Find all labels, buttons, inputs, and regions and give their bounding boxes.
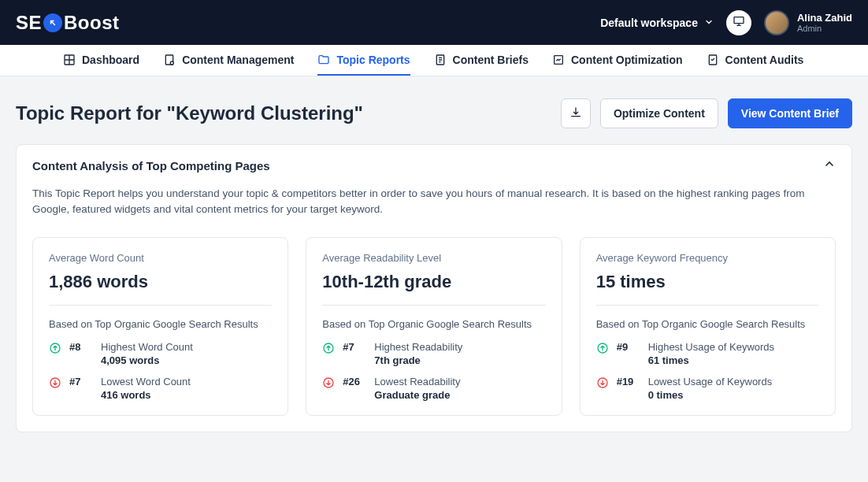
page-title: Topic Report for "Keyword Clustering" (16, 102, 363, 124)
chevron-down-icon (704, 17, 714, 29)
rank-position: #8 (69, 341, 93, 353)
card-title: Content Analysis of Top Competing Pages (32, 159, 270, 172)
arrow-down-circle-icon (596, 376, 609, 392)
arrow-down-circle-icon (49, 376, 61, 392)
user-role: Admin (797, 24, 852, 33)
analysis-description: This Topic Report helps you understand y… (32, 186, 836, 218)
rank-value: 4,095 words (101, 354, 193, 366)
logo-mark-icon (43, 13, 62, 32)
nav-topic-reports[interactable]: Topic Reports (317, 45, 410, 76)
nav-content-management[interactable]: Content Management (163, 45, 294, 76)
app-header: SE Boost Default workspace Alina Zahid A… (0, 0, 868, 45)
stat-value: 15 times (596, 272, 819, 292)
rank-row-high: #8 Highest Word Count 4,095 words (49, 341, 272, 366)
nav-dashboard[interactable]: Dashboard (63, 45, 139, 76)
logo-text-post: Boost (64, 12, 120, 34)
nav-label: Topic Reports (336, 54, 410, 66)
rank-label: Lowest Readability (374, 376, 460, 387)
clipboard-icon (163, 54, 176, 66)
nav-label: Content Audits (725, 54, 804, 66)
header-right: Default workspace Alina Zahid Admin (600, 10, 852, 35)
rank-label: Highest Readability (374, 341, 462, 353)
download-button[interactable] (561, 98, 591, 128)
monitor-icon (733, 15, 745, 31)
workspace-label: Default workspace (600, 17, 698, 29)
stats-row: Average Word Count 1,886 words Based on … (32, 237, 836, 416)
rank-label: Highest Word Count (101, 341, 193, 353)
rank-value: Graduate grade (374, 389, 460, 401)
rank-position: #9 (617, 341, 640, 353)
stat-card-keyword-frequency: Average Keyword Frequency 15 times Based… (580, 237, 836, 416)
stat-label: Average Word Count (49, 252, 272, 264)
arrow-up-circle-icon (49, 342, 61, 358)
rank-row-high: #9 Highest Usage of Keywords 61 times (596, 341, 819, 366)
workspace-selector[interactable]: Default workspace (600, 17, 714, 29)
audit-icon (707, 54, 719, 66)
divider (596, 305, 819, 306)
nav-content-briefs[interactable]: Content Briefs (434, 45, 529, 76)
folder-icon (317, 54, 330, 66)
document-icon (434, 54, 447, 66)
stat-label: Average Readability Level (322, 252, 545, 264)
user-name: Alina Zahid (797, 12, 852, 24)
rank-label: Lowest Word Count (101, 376, 191, 387)
rank-position: #19 (617, 376, 640, 387)
nav-content-optimization[interactable]: Content Optimization (552, 45, 683, 76)
stat-card-readability: Average Readability Level 10th-12th grad… (306, 237, 562, 416)
svg-point-3 (170, 61, 173, 65)
rank-row-low: #7 Lowest Word Count 416 words (49, 376, 272, 401)
nav-label: Content Briefs (453, 54, 529, 66)
rank-value: 61 times (648, 354, 774, 366)
stat-value: 1,886 words (49, 272, 272, 292)
arrow-up-circle-icon (596, 342, 609, 358)
rank-row-low: #26 Lowest Readability Graduate grade (322, 376, 545, 401)
stat-sublabel: Based on Top Organic Google Search Resul… (322, 318, 545, 330)
rank-value: 7th grade (374, 354, 462, 366)
stat-sublabel: Based on Top Organic Google Search Resul… (49, 318, 272, 330)
arrow-down-circle-icon (322, 376, 335, 392)
user-menu[interactable]: Alina Zahid Admin (764, 10, 852, 35)
rank-position: #7 (69, 376, 93, 387)
arrow-up-circle-icon (322, 342, 335, 358)
main-nav: Dashboard Content Management Topic Repor… (0, 45, 868, 76)
stat-card-word-count: Average Word Count 1,886 words Based on … (32, 237, 288, 416)
app-logo[interactable]: SE Boost (16, 12, 120, 34)
page-head: Topic Report for "Keyword Clustering" Op… (0, 76, 868, 144)
svg-rect-0 (734, 17, 744, 23)
divider (49, 305, 272, 306)
view-content-brief-button[interactable]: View Content Brief (728, 98, 852, 128)
chevron-up-icon (823, 158, 836, 173)
rank-row-high: #7 Highest Readability 7th grade (322, 341, 545, 366)
divider (322, 305, 545, 306)
nav-label: Content Management (182, 54, 294, 66)
page-actions: Optimize Content View Content Brief (561, 98, 852, 128)
download-icon (569, 106, 582, 121)
stat-sublabel: Based on Top Organic Google Search Resul… (596, 318, 819, 330)
rank-position: #26 (343, 376, 366, 387)
avatar (764, 10, 789, 35)
logo-text-pre: SE (16, 12, 42, 34)
rank-label: Highest Usage of Keywords (648, 341, 774, 353)
device-preview-button[interactable] (726, 10, 751, 35)
rank-label: Lowest Usage of Keywords (648, 376, 773, 387)
rank-value: 0 times (648, 389, 773, 401)
card-body: This Topic Report helps you understand y… (17, 186, 851, 432)
nav-content-audits[interactable]: Content Audits (707, 45, 804, 76)
optimize-content-button[interactable]: Optimize Content (600, 98, 718, 128)
dashboard-icon (63, 54, 76, 66)
stat-value: 10th-12th grade (322, 272, 545, 292)
optimize-icon (552, 54, 565, 66)
stat-label: Average Keyword Frequency (596, 252, 819, 264)
rank-row-low: #19 Lowest Usage of Keywords 0 times (596, 376, 819, 401)
card-head[interactable]: Content Analysis of Top Competing Pages (17, 145, 851, 186)
rank-value: 416 words (101, 389, 191, 401)
rank-position: #7 (343, 341, 366, 353)
nav-label: Content Optimization (571, 54, 683, 66)
analysis-card: Content Analysis of Top Competing Pages … (16, 144, 852, 432)
user-text: Alina Zahid Admin (797, 12, 852, 33)
nav-label: Dashboard (82, 54, 139, 66)
